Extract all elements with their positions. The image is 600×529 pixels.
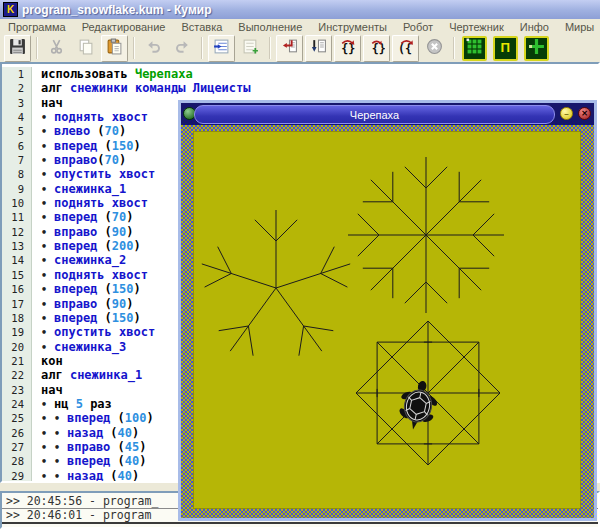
run-step-button[interactable] [305,35,332,62]
menu-item-7[interactable]: Инфо [512,21,557,33]
toolbar-separator [36,37,38,59]
code-text: •поднять хвост [32,268,148,282]
indent-dot: • [41,240,54,254]
line-number: 16 [2,282,32,296]
code-line: 1использовать Черепаха [2,67,598,81]
indent-dot: • [41,168,54,182]
indent-dot: • [41,470,54,483]
code-text: •нц 5 раз [32,397,112,411]
code-text: •вперед (150) [32,311,141,325]
line-number: 6 [2,139,32,153]
undo-icon [145,38,162,59]
line-number: 5 [2,124,32,138]
line-number: 1 [2,67,32,81]
line-number: 15 [2,268,32,282]
undo-button [140,35,167,62]
indent-dot: • [41,111,54,125]
window-title: program_snowflake.kum - Кумир [22,3,211,17]
step-over-button[interactable]: {} [334,35,361,62]
code-text: •опустить хвост [32,325,155,339]
code-text: •снежинка_2 [32,253,126,267]
code-text: •вправо (90) [32,297,134,311]
grid-window-icon [528,38,545,59]
cut-button [43,35,70,62]
line-number: 14 [2,253,32,267]
code-text: •вперед (200) [32,239,141,253]
code-text: алг снежинки команды Лицеисты [32,81,251,95]
code-text: ••назад (40) [32,426,139,440]
close-icon[interactable]: ✕ [578,107,591,120]
line-number: 8 [2,167,32,181]
code-text: •вправо (90) [32,225,134,239]
indent-dot: • [54,427,67,441]
svg-text:{}: {} [372,41,385,54]
code-text: •поднять хвост [32,110,148,124]
code-text: нач [32,383,63,397]
code-text: •опустить хвост [32,167,155,181]
code-text: •снежинка_1 [32,182,126,196]
grid-window-button[interactable] [524,36,549,61]
app-icon: K [3,2,18,17]
indent-dot: • [41,197,54,211]
menu-item-4[interactable]: Инструменты [310,21,395,33]
line-number: 21 [2,354,32,368]
line-number: 3 [2,96,32,110]
step-over-icon: {} [339,38,356,59]
line-number: 28 [2,454,32,468]
menu-item-8[interactable]: Миры [557,21,600,33]
insert-indent-button[interactable] [208,35,235,62]
menu-item-1[interactable]: Редактирование [74,21,174,33]
line-number: 4 [2,110,32,124]
run-program-icon [281,38,298,59]
minimize-icon[interactable]: – [560,107,573,120]
line-number: 2 [2,81,32,95]
snowflake-drawing [194,132,580,508]
menu-item-6[interactable]: Чертежник [441,21,512,33]
cut-icon [48,38,65,59]
indent-dot: • [41,254,54,268]
step-out-button[interactable]: ({ [392,35,419,62]
turtle-window-titlebar[interactable]: Черепаха – ✕ [181,103,594,125]
line-number: 25 [2,411,32,425]
indent-dot: • [54,441,67,455]
code-text: ••назад (40) [32,469,139,483]
robot-window-button[interactable] [462,36,487,61]
line-number: 26 [2,426,32,440]
indent-dot: • [41,441,54,455]
menu-item-0[interactable]: Программа [0,21,74,33]
line-number: 18 [2,311,32,325]
field-window-button[interactable]: П [493,36,518,61]
line-number: 23 [2,383,32,397]
menu-item-5[interactable]: Робот [395,21,441,33]
line-number: 9 [2,182,32,196]
save-button[interactable] [4,35,31,62]
line-number: 22 [2,368,32,382]
toolbar: {}{}({П [0,34,600,62]
toolbar-separator [453,37,455,59]
window-titlebar[interactable]: K program_snowflake.kum - Кумир [0,0,600,19]
indent-dot: • [41,283,54,297]
code-text: •вправо(70) [32,153,126,167]
turtle-canvas [193,131,581,509]
svg-text:П: П [500,39,510,54]
paste-button[interactable] [101,35,128,62]
insert-indent-icon [213,38,230,59]
code-text: •вперед (70) [32,210,134,224]
stop-button [421,35,448,62]
turtle-window[interactable]: Черепаха – ✕ [178,100,597,521]
paste-icon [106,38,123,59]
robot-window-icon [466,38,483,59]
step-into-button[interactable]: {} [363,35,390,62]
run-program-button[interactable] [276,35,303,62]
indent-dot: • [41,341,54,355]
code-text: ••вперед (100) [32,411,154,425]
menu-item-2[interactable]: Вставка [173,21,230,33]
indent-dot: • [41,427,54,441]
menu-item-3[interactable]: Выполнение [230,21,310,33]
code-text: использовать Черепаха [32,67,193,81]
indent-dot: • [41,154,54,168]
toolbar-separator [269,37,271,59]
copy-icon [77,38,94,59]
line-number: 19 [2,325,32,339]
code-text: алг снежинка_1 [32,368,142,382]
